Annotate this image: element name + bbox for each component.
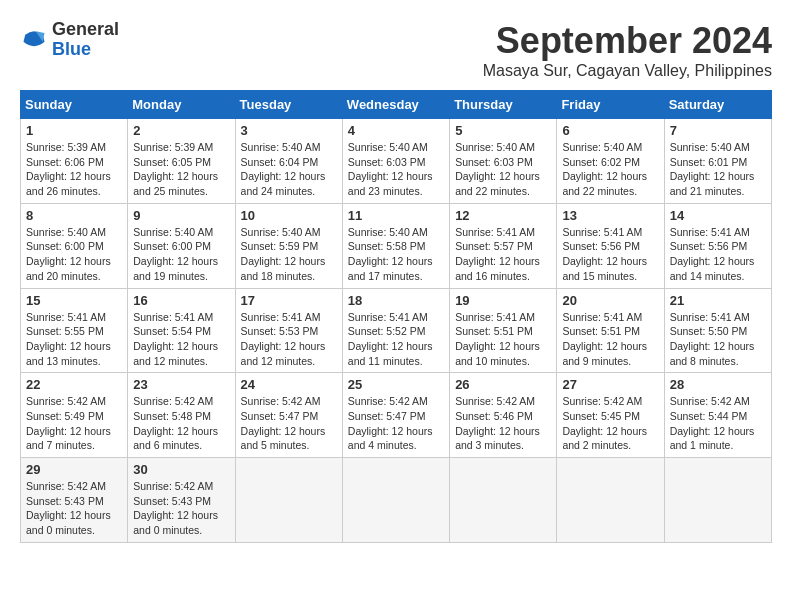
calendar-day-cell: 4 Sunrise: 5:40 AM Sunset: 6:03 PM Dayli… bbox=[342, 119, 449, 204]
day-detail: Sunrise: 5:41 AM Sunset: 5:56 PM Dayligh… bbox=[562, 225, 658, 284]
calendar-day-cell: 1 Sunrise: 5:39 AM Sunset: 6:06 PM Dayli… bbox=[21, 119, 128, 204]
day-number: 8 bbox=[26, 208, 122, 223]
daylight-label: Daylight: 12 hours bbox=[26, 170, 111, 182]
sunrise-label: Sunrise: 5:41 AM bbox=[348, 311, 428, 323]
day-detail: Sunrise: 5:41 AM Sunset: 5:51 PM Dayligh… bbox=[562, 310, 658, 369]
calendar-day-cell: 21 Sunrise: 5:41 AM Sunset: 5:50 PM Dayl… bbox=[664, 288, 771, 373]
calendar-day-cell bbox=[664, 458, 771, 543]
daylight-minutes: and 13 minutes. bbox=[26, 355, 101, 367]
calendar-day-cell: 10 Sunrise: 5:40 AM Sunset: 5:59 PM Dayl… bbox=[235, 203, 342, 288]
day-detail: Sunrise: 5:39 AM Sunset: 6:06 PM Dayligh… bbox=[26, 140, 122, 199]
location-subtitle: Masaya Sur, Cagayan Valley, Philippines bbox=[483, 62, 772, 80]
daylight-label: Daylight: 12 hours bbox=[26, 509, 111, 521]
day-detail: Sunrise: 5:42 AM Sunset: 5:47 PM Dayligh… bbox=[241, 394, 337, 453]
calendar-day-cell: 23 Sunrise: 5:42 AM Sunset: 5:48 PM Dayl… bbox=[128, 373, 235, 458]
daylight-label: Daylight: 12 hours bbox=[670, 255, 755, 267]
daylight-minutes: and 0 minutes. bbox=[133, 524, 202, 536]
sunrise-label: Sunrise: 5:40 AM bbox=[26, 226, 106, 238]
day-number: 6 bbox=[562, 123, 658, 138]
daylight-minutes: and 9 minutes. bbox=[562, 355, 631, 367]
daylight-label: Daylight: 12 hours bbox=[348, 340, 433, 352]
weekday-header: Thursday bbox=[450, 91, 557, 119]
day-detail: Sunrise: 5:40 AM Sunset: 5:58 PM Dayligh… bbox=[348, 225, 444, 284]
daylight-label: Daylight: 12 hours bbox=[455, 170, 540, 182]
day-detail: Sunrise: 5:42 AM Sunset: 5:46 PM Dayligh… bbox=[455, 394, 551, 453]
calendar-day-cell: 5 Sunrise: 5:40 AM Sunset: 6:03 PM Dayli… bbox=[450, 119, 557, 204]
daylight-minutes: and 17 minutes. bbox=[348, 270, 423, 282]
logo: General Blue bbox=[20, 20, 119, 60]
daylight-minutes: and 19 minutes. bbox=[133, 270, 208, 282]
day-number: 1 bbox=[26, 123, 122, 138]
day-number: 11 bbox=[348, 208, 444, 223]
sunset-label: Sunset: 5:58 PM bbox=[348, 240, 426, 252]
day-number: 14 bbox=[670, 208, 766, 223]
daylight-label: Daylight: 12 hours bbox=[241, 170, 326, 182]
daylight-label: Daylight: 12 hours bbox=[241, 255, 326, 267]
calendar-day-cell: 28 Sunrise: 5:42 AM Sunset: 5:44 PM Dayl… bbox=[664, 373, 771, 458]
day-detail: Sunrise: 5:40 AM Sunset: 6:03 PM Dayligh… bbox=[455, 140, 551, 199]
calendar-day-cell: 22 Sunrise: 5:42 AM Sunset: 5:49 PM Dayl… bbox=[21, 373, 128, 458]
daylight-label: Daylight: 12 hours bbox=[455, 340, 540, 352]
sunset-label: Sunset: 5:55 PM bbox=[26, 325, 104, 337]
calendar-week-row: 1 Sunrise: 5:39 AM Sunset: 6:06 PM Dayli… bbox=[21, 119, 772, 204]
day-number: 25 bbox=[348, 377, 444, 392]
day-number: 12 bbox=[455, 208, 551, 223]
day-number: 9 bbox=[133, 208, 229, 223]
logo-text: General Blue bbox=[52, 20, 119, 60]
day-detail: Sunrise: 5:40 AM Sunset: 6:03 PM Dayligh… bbox=[348, 140, 444, 199]
day-detail: Sunrise: 5:40 AM Sunset: 6:00 PM Dayligh… bbox=[26, 225, 122, 284]
sunset-label: Sunset: 5:45 PM bbox=[562, 410, 640, 422]
daylight-minutes: and 5 minutes. bbox=[241, 439, 310, 451]
sunset-label: Sunset: 6:06 PM bbox=[26, 156, 104, 168]
calendar-header-row: SundayMondayTuesdayWednesdayThursdayFrid… bbox=[21, 91, 772, 119]
sunrise-label: Sunrise: 5:41 AM bbox=[562, 226, 642, 238]
sunset-label: Sunset: 6:00 PM bbox=[26, 240, 104, 252]
daylight-label: Daylight: 12 hours bbox=[348, 170, 433, 182]
sunrise-label: Sunrise: 5:41 AM bbox=[562, 311, 642, 323]
sunset-label: Sunset: 5:49 PM bbox=[26, 410, 104, 422]
daylight-minutes: and 18 minutes. bbox=[241, 270, 316, 282]
daylight-label: Daylight: 12 hours bbox=[670, 425, 755, 437]
daylight-minutes: and 6 minutes. bbox=[133, 439, 202, 451]
day-number: 23 bbox=[133, 377, 229, 392]
day-number: 7 bbox=[670, 123, 766, 138]
daylight-label: Daylight: 12 hours bbox=[133, 255, 218, 267]
calendar-day-cell bbox=[557, 458, 664, 543]
calendar-day-cell: 7 Sunrise: 5:40 AM Sunset: 6:01 PM Dayli… bbox=[664, 119, 771, 204]
calendar-day-cell: 17 Sunrise: 5:41 AM Sunset: 5:53 PM Dayl… bbox=[235, 288, 342, 373]
day-detail: Sunrise: 5:41 AM Sunset: 5:57 PM Dayligh… bbox=[455, 225, 551, 284]
sunrise-label: Sunrise: 5:42 AM bbox=[133, 395, 213, 407]
day-detail: Sunrise: 5:41 AM Sunset: 5:55 PM Dayligh… bbox=[26, 310, 122, 369]
day-detail: Sunrise: 5:41 AM Sunset: 5:56 PM Dayligh… bbox=[670, 225, 766, 284]
weekday-header: Friday bbox=[557, 91, 664, 119]
day-detail: Sunrise: 5:39 AM Sunset: 6:05 PM Dayligh… bbox=[133, 140, 229, 199]
calendar-day-cell: 6 Sunrise: 5:40 AM Sunset: 6:02 PM Dayli… bbox=[557, 119, 664, 204]
day-number: 3 bbox=[241, 123, 337, 138]
calendar-day-cell: 2 Sunrise: 5:39 AM Sunset: 6:05 PM Dayli… bbox=[128, 119, 235, 204]
daylight-label: Daylight: 12 hours bbox=[455, 255, 540, 267]
daylight-minutes: and 22 minutes. bbox=[455, 185, 530, 197]
calendar-day-cell: 26 Sunrise: 5:42 AM Sunset: 5:46 PM Dayl… bbox=[450, 373, 557, 458]
calendar-day-cell: 20 Sunrise: 5:41 AM Sunset: 5:51 PM Dayl… bbox=[557, 288, 664, 373]
daylight-minutes: and 10 minutes. bbox=[455, 355, 530, 367]
calendar-day-cell: 18 Sunrise: 5:41 AM Sunset: 5:52 PM Dayl… bbox=[342, 288, 449, 373]
daylight-minutes: and 3 minutes. bbox=[455, 439, 524, 451]
daylight-minutes: and 7 minutes. bbox=[26, 439, 95, 451]
title-area: September 2024 Masaya Sur, Cagayan Valle… bbox=[483, 20, 772, 80]
day-detail: Sunrise: 5:41 AM Sunset: 5:54 PM Dayligh… bbox=[133, 310, 229, 369]
sunset-label: Sunset: 6:03 PM bbox=[348, 156, 426, 168]
sunset-label: Sunset: 6:00 PM bbox=[133, 240, 211, 252]
daylight-label: Daylight: 12 hours bbox=[562, 425, 647, 437]
daylight-label: Daylight: 12 hours bbox=[133, 425, 218, 437]
sunrise-label: Sunrise: 5:41 AM bbox=[670, 226, 750, 238]
daylight-label: Daylight: 12 hours bbox=[133, 170, 218, 182]
calendar-day-cell: 9 Sunrise: 5:40 AM Sunset: 6:00 PM Dayli… bbox=[128, 203, 235, 288]
sunset-label: Sunset: 5:59 PM bbox=[241, 240, 319, 252]
calendar-week-row: 29 Sunrise: 5:42 AM Sunset: 5:43 PM Dayl… bbox=[21, 458, 772, 543]
sunset-label: Sunset: 5:47 PM bbox=[241, 410, 319, 422]
daylight-minutes: and 23 minutes. bbox=[348, 185, 423, 197]
daylight-minutes: and 14 minutes. bbox=[670, 270, 745, 282]
day-detail: Sunrise: 5:40 AM Sunset: 5:59 PM Dayligh… bbox=[241, 225, 337, 284]
daylight-label: Daylight: 12 hours bbox=[562, 170, 647, 182]
daylight-label: Daylight: 12 hours bbox=[348, 255, 433, 267]
